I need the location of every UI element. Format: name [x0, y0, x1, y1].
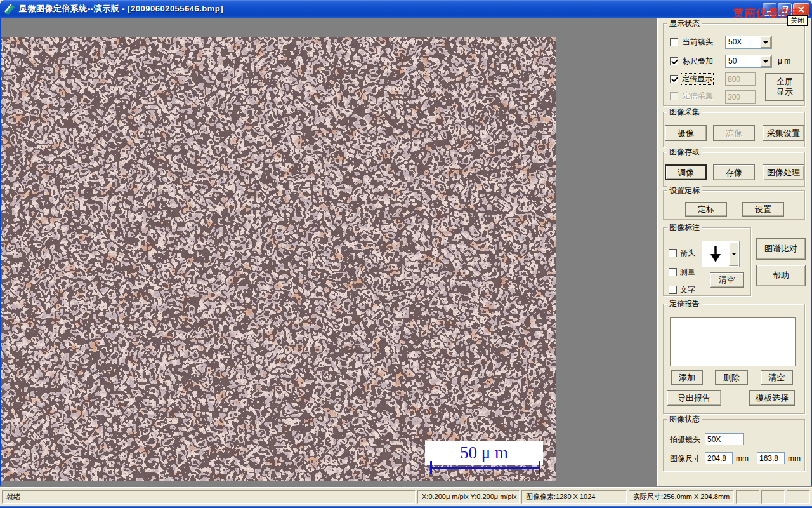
titlebar: 显微图像定倍系统--演示版 - [20090602055646.bmp] [0, 0, 812, 18]
freeze-button: 冻像 [713, 125, 755, 141]
group-report-title: 定倍报告 [667, 299, 702, 308]
status-actual-size: 实际尺寸:256.0mm X 204.8mm [629, 490, 734, 504]
image-height-unit: mm [788, 454, 801, 464]
group-display-status: 显示状态 当前镜头 50X 标尺叠加 50 μ m 定倍显示 定倍采集 [663, 23, 805, 106]
measure-checkbox[interactable] [669, 268, 677, 276]
image-width-unit: mm [736, 454, 749, 464]
arrow-checkbox[interactable] [669, 249, 677, 257]
group-annotation: 图像标注 箭头 测量 文字 清空 [663, 227, 751, 296]
chevron-down-icon [763, 41, 768, 44]
group-image-storage-title: 图像存取 [667, 147, 702, 156]
arrow-style-dropdown-button[interactable] [729, 242, 738, 266]
close-tooltip: 关闭 [787, 15, 808, 26]
current-lens-combobox[interactable]: 50X [725, 36, 772, 49]
current-lens-label: 当前镜头 [683, 37, 713, 47]
fixed-display-label: 定倍显示 [682, 74, 712, 84]
load-image-button[interactable]: 调像 [665, 164, 707, 180]
atlas-compare-button[interactable]: 图谱比对 [756, 238, 806, 260]
group-image-status-title: 图像状态 [667, 415, 702, 424]
status-empty-1 [736, 490, 759, 504]
help-button[interactable]: 帮助 [756, 265, 806, 286]
ruler-overlay-checkbox[interactable] [670, 57, 678, 65]
chevron-down-icon [763, 60, 768, 63]
scalebar-label: 50 μ m [425, 441, 543, 465]
window-border-left [0, 18, 1, 486]
group-image-capture-title: 图像采集 [667, 107, 702, 116]
current-lens-checkbox[interactable] [670, 38, 678, 46]
ruler-value-combobox[interactable]: 50 [725, 55, 772, 68]
image-size-label: 图像尺寸 [670, 454, 700, 464]
capture-settings-button[interactable]: 采集设置 [763, 125, 804, 141]
group-image-status: 图像状态 拍摄镜头 图像尺寸 mm mm [663, 419, 805, 471]
scalebar-tick-right [539, 461, 540, 474]
fixed-capture-input [725, 90, 756, 104]
group-calibration: 设置定标 定标 设置 [663, 190, 805, 220]
fullscreen-button[interactable]: 全屏 显示 [765, 73, 804, 101]
status-image-pixels: 图像像素:1280 X 1024 [521, 490, 627, 504]
calibrate-button[interactable]: 定标 [685, 202, 727, 217]
fullscreen-button-line2: 显示 [776, 87, 793, 97]
ruler-dropdown-button[interactable] [761, 56, 771, 67]
statusbar: 就绪 X:0.200μ m/pix Y:0.200μ m/pix 图像像素:12… [0, 486, 812, 506]
arrow-style-combobox[interactable] [702, 241, 740, 267]
scalebar-line [430, 467, 540, 469]
ruler-value: 50 [728, 56, 737, 67]
status-ready: 就绪 [2, 490, 416, 504]
current-lens-dropdown-button[interactable] [761, 37, 771, 48]
fixed-capture-checkbox [670, 92, 678, 100]
image-width-input[interactable] [705, 452, 733, 464]
fullscreen-button-line1: 全屏 [776, 77, 793, 87]
group-annotation-title: 图像标注 [667, 223, 702, 232]
export-report-button[interactable]: 导出报告 [667, 390, 721, 406]
calib-settings-button[interactable]: 设置 [742, 202, 784, 217]
arrow-label: 箭头 [680, 248, 695, 258]
group-image-capture: 图像采集 摄像 冻像 采集设置 [663, 112, 805, 147]
down-arrow-icon [708, 244, 723, 264]
ruler-unit-label: μ m [778, 57, 790, 66]
status-empty-3 [787, 490, 810, 504]
report-add-button[interactable]: 添加 [671, 370, 703, 385]
shoot-lens-label: 拍摄镜头 [670, 435, 700, 444]
fixed-capture-label: 定倍采集 [683, 91, 713, 101]
report-listbox[interactable] [670, 317, 796, 366]
status-empty-2 [761, 490, 785, 504]
micrograph-image [1, 37, 556, 481]
scalebar-tick-left [430, 461, 432, 474]
status-pixel-scale: X:0.200μ m/pix Y:0.200μ m/pix [417, 490, 520, 504]
chevron-down-icon [731, 253, 737, 255]
report-clear-button[interactable]: 清空 [761, 370, 793, 385]
fixed-display-checkbox[interactable] [670, 75, 678, 83]
text-checkbox[interactable] [669, 286, 677, 294]
group-report: 定倍报告 添加 删除 清空 导出报告 模板选择 [663, 304, 805, 414]
clear-annotation-button[interactable]: 清空 [710, 272, 744, 288]
template-select-button[interactable]: 模板选择 [749, 390, 795, 406]
report-delete-button[interactable]: 删除 [715, 370, 748, 385]
image-height-input[interactable] [757, 452, 785, 464]
app-icon[interactable] [4, 3, 15, 15]
group-display-status-title: 显示状态 [667, 19, 702, 28]
group-image-storage: 图像存取 调像 存像 图像处理 [663, 152, 805, 187]
current-lens-value: 50X [728, 37, 742, 48]
shoot-lens-input[interactable] [705, 433, 744, 445]
ruler-overlay-label: 标尺叠加 [683, 57, 713, 66]
fixed-display-input [725, 72, 756, 86]
image-process-button[interactable]: 图像处理 [763, 164, 804, 180]
image-viewport: 50 μ m [1, 37, 556, 481]
shoot-button[interactable]: 摄像 [665, 125, 707, 141]
save-image-button[interactable]: 存像 [713, 164, 755, 180]
control-panel: 显示状态 当前镜头 50X 标尺叠加 50 μ m 定倍显示 定倍采集 [657, 18, 811, 486]
window-title: 显微图像定倍系统--演示版 - [20090602055646.bmp] [19, 0, 223, 18]
text-label: 文字 [680, 285, 695, 295]
group-calibration-title: 设置定标 [667, 186, 702, 195]
measure-label: 测量 [680, 267, 695, 277]
app-window: 50 μ m 显示状态 当前镜头 50X 标尺叠加 50 [0, 0, 812, 508]
